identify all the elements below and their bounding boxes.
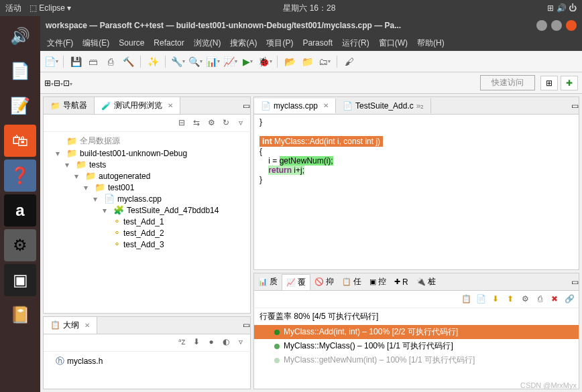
- folder-icon[interactable]: 🗂▾: [318, 55, 331, 68]
- tab-tasks[interactable]: 📋 任: [338, 274, 365, 289]
- code-editor[interactable]: } int MyClass::Add(int i, const int j) {…: [254, 115, 579, 269]
- filter-icon[interactable]: ⚙: [206, 118, 217, 129]
- launcher-item[interactable]: ▣: [4, 264, 36, 296]
- link-icon[interactable]: ⇆: [191, 118, 202, 129]
- menu-parasoft[interactable]: Parasoft: [302, 38, 333, 48]
- tree-row[interactable]: 📁全局数据源: [46, 135, 247, 147]
- tree-row[interactable]: ⚬test_Add_2: [46, 227, 247, 239]
- up-icon[interactable]: ⬆: [505, 294, 516, 305]
- activities-label[interactable]: 活动: [5, 3, 21, 14]
- launcher-item[interactable]: a: [4, 194, 36, 226]
- export-icon[interactable]: ⎙: [534, 294, 545, 305]
- sort-icon[interactable]: ᵃz: [176, 337, 187, 348]
- launcher-item-eclipse[interactable]: ⚙: [4, 229, 36, 261]
- link-icon[interactable]: 🔗: [564, 294, 575, 305]
- new-icon[interactable]: 📄▾: [44, 55, 58, 68]
- menu-search[interactable]: 搜索(A): [230, 38, 257, 49]
- toggle-icon[interactable]: ⊞▾: [44, 78, 54, 88]
- filter-icon[interactable]: ⬇: [191, 337, 202, 348]
- outline-item[interactable]: ⓗmyclass.h: [46, 354, 247, 368]
- coverage-row[interactable]: MyClass::getNewNum(int) – 100% [1/1 可执行代…: [254, 353, 579, 367]
- tool-icon[interactable]: 🔧▾: [171, 55, 184, 68]
- menu-file[interactable]: 文件(F): [47, 38, 73, 49]
- saveall-icon[interactable]: 🗃: [86, 55, 100, 68]
- editor-tab-testsuite[interactable]: 📄 TestSuite_Add.c »₂: [336, 99, 431, 113]
- launcher-item[interactable]: 📔: [4, 299, 36, 331]
- tree-row[interactable]: ⚬test_Add_3: [46, 239, 247, 250]
- gear-icon[interactable]: ⚙: [520, 294, 530, 305]
- perspective-button[interactable]: ⊞: [540, 76, 558, 90]
- menu-navigate[interactable]: 浏览(N): [194, 38, 221, 49]
- tab-stub[interactable]: 🔌 桩: [412, 274, 440, 289]
- tool-icon[interactable]: 🔍▾: [188, 55, 202, 68]
- menu-source[interactable]: Source: [119, 38, 144, 48]
- folder-icon[interactable]: 📂: [283, 55, 296, 68]
- menu-run[interactable]: 运行(R): [342, 38, 369, 49]
- toggle-icon[interactable]: ⊟▾: [54, 78, 63, 88]
- close-icon[interactable]: ✕: [323, 102, 329, 109]
- wand-icon[interactable]: ✨: [146, 55, 160, 68]
- minimize-button[interactable]: [536, 20, 547, 31]
- save-icon[interactable]: 💾: [69, 55, 82, 68]
- minimize-icon[interactable]: ▭: [243, 320, 250, 330]
- folder-icon[interactable]: 📁: [300, 55, 314, 68]
- tab-quality[interactable]: 📊 质: [254, 274, 282, 289]
- launcher-item[interactable]: 📄: [4, 55, 36, 87]
- launcher-item[interactable]: 📝: [4, 90, 36, 122]
- tab-outline[interactable]: 📋 大纲✕: [44, 317, 97, 334]
- menu-refactor[interactable]: Refactor: [154, 38, 184, 48]
- tree-row[interactable]: ▾📁build-test001-unknown-Debug: [46, 147, 247, 159]
- quick-access-input[interactable]: 快速访问: [480, 75, 535, 90]
- coverage-row[interactable]: MyClass::Add(int, int) – 100% [2/2 可执行代码…: [254, 325, 579, 339]
- tree-row[interactable]: ▾📁autogenerated: [46, 170, 247, 182]
- close-button[interactable]: [566, 20, 577, 31]
- editor-tab-myclass[interactable]: 📄 myclass.cpp✕: [254, 99, 336, 113]
- app-indicator[interactable]: ⬚ Eclipse ▾: [30, 3, 71, 13]
- refresh-icon[interactable]: ↻: [221, 118, 231, 129]
- minimize-icon[interactable]: ▭: [571, 277, 579, 287]
- tab-console[interactable]: ▣ 控: [365, 274, 390, 289]
- tab-r[interactable]: ✚ R: [390, 275, 412, 289]
- tree-row[interactable]: ▾📁test001: [46, 182, 247, 193]
- tab-suppress[interactable]: 🚫 抑: [310, 274, 338, 289]
- menu-icon[interactable]: ▿: [235, 337, 246, 348]
- tool-icon[interactable]: 📊▾: [206, 55, 219, 68]
- tool-icon[interactable]: 📄: [475, 294, 486, 305]
- filter-icon[interactable]: ◐: [221, 337, 231, 348]
- print-icon[interactable]: ⎙: [104, 55, 117, 68]
- tree-row[interactable]: ▾🧩TestSuite_Add_47bddb14: [46, 204, 247, 216]
- launcher-item[interactable]: 🛍: [4, 125, 36, 157]
- collapse-icon[interactable]: ⊟: [176, 118, 187, 129]
- menu-window[interactable]: 窗口(W): [379, 38, 408, 49]
- debug-icon[interactable]: 🐞▾: [258, 55, 272, 68]
- perspective-button[interactable]: ✚: [561, 76, 578, 90]
- close-icon[interactable]: ✕: [84, 322, 90, 329]
- filter-icon[interactable]: ●: [206, 337, 217, 348]
- tree-row[interactable]: ▾📁tests: [46, 159, 247, 170]
- tab-coverage[interactable]: 📈 覆: [282, 274, 310, 290]
- system-tray[interactable]: ⊞ 🔊 ⏻: [547, 3, 577, 13]
- maximize-button[interactable]: [551, 20, 562, 31]
- launcher-item[interactable]: ❓: [4, 159, 36, 192]
- tool-icon[interactable]: 📋: [461, 294, 471, 305]
- menu-help[interactable]: 帮助(H): [417, 38, 445, 49]
- down-icon[interactable]: ⬇: [490, 294, 501, 305]
- minimize-icon[interactable]: ▭: [243, 101, 250, 111]
- delete-icon[interactable]: ✖: [549, 294, 560, 305]
- toggle-icon[interactable]: ⊡▾: [63, 78, 72, 88]
- tree-row[interactable]: ▾📄myclass.cpp: [46, 193, 247, 204]
- tab-navigator[interactable]: 📁 导航器: [44, 97, 95, 114]
- close-icon[interactable]: ✕: [168, 102, 173, 109]
- launcher-item[interactable]: 🔊: [4, 20, 36, 52]
- minimize-icon[interactable]: ▭: [571, 101, 579, 111]
- tool-icon[interactable]: 📈▾: [223, 55, 237, 68]
- brush-icon[interactable]: 🖌: [343, 55, 356, 68]
- menu-edit[interactable]: 编辑(E): [82, 38, 109, 49]
- tree-row[interactable]: ⚬test_Add_1: [46, 216, 247, 227]
- tab-test-browser[interactable]: 🧪 测试用例浏览✕: [95, 97, 180, 114]
- run-icon[interactable]: ▶▾: [241, 55, 254, 68]
- build-icon[interactable]: 🔨: [121, 55, 135, 68]
- menu-icon[interactable]: ▿: [235, 118, 246, 129]
- menu-project[interactable]: 项目(P): [266, 38, 293, 49]
- coverage-row[interactable]: MyClass::MyClass() – 100% [1/1 可执行代码行]: [254, 339, 579, 353]
